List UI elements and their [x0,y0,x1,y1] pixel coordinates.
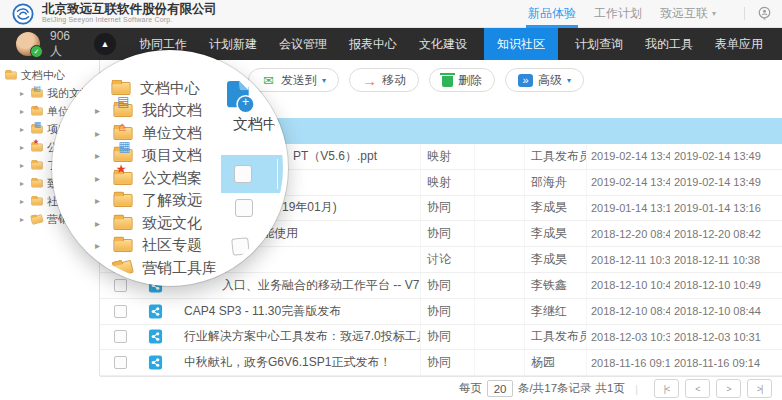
nav-tab[interactable]: 表单应用 [710,28,768,60]
tree-item[interactable]: ▸ 了解致远 [57,190,288,213]
expand-arrow-icon[interactable]: ▸ [95,218,111,229]
nav-tab[interactable]: 报表中心 [344,28,402,60]
per-page-label: 每页 [459,381,482,396]
expand-arrow-icon[interactable]: ▸ [20,89,31,98]
page-size-input[interactable]: 20 [487,380,513,397]
row-icon-cell [140,299,178,324]
file-size [474,325,524,350]
nav-tab[interactable]: 计划新建 [204,28,262,60]
table-row[interactable]: CAP4 SP3 - 11.30完善版发布 协同 李继红 2018-12-10 … [100,299,782,325]
creator: 李成昊 [524,221,586,246]
created-time: 2018-12-20 08:42 [670,221,782,246]
pagination-buttons: |< < > >| [648,379,772,398]
topbar-link[interactable]: 新品体验 ▾ [528,0,576,28]
modified-time: 2018-12-10 10:49 [586,273,670,298]
toolbar-button[interactable]: 移动 ▾ [349,68,419,92]
tree-item[interactable]: ▸ 公文档案 [57,167,288,190]
expand-arrow-icon[interactable]: ▸ [95,240,111,251]
page-nav-button[interactable]: > [716,379,741,398]
contact-location-icon[interactable] [757,6,772,21]
folder-icon [113,194,132,207]
expand-arrow-icon[interactable]: ▸ [20,107,31,116]
page-nav-button[interactable]: |< [654,379,679,398]
tree-item-label: 单位文档 [142,124,202,143]
expand-arrow-icon[interactable]: ▸ [95,105,111,116]
avatar[interactable] [16,32,40,56]
creator: 李继红 [524,299,586,324]
document-title-link[interactable]: 行业解决方案中心工具发布：致远7.0投标工具 [184,328,420,345]
document-title-link[interactable]: CAP4 SP3 - 11.30完善版发布 [184,303,341,320]
topbar-link[interactable]: 致远互联 ▾ [660,0,716,28]
nav-tab-label: 计划新建 [209,36,257,53]
table-row[interactable]: 行业解决方案中心工具发布：致远7.0投标工具 协同 工具发布员... 2018-… [100,325,782,351]
nav-tab-label: 报表中心 [349,36,397,53]
folder-icon [31,161,43,169]
row-checkbox[interactable] [114,279,127,292]
file-size [474,144,524,169]
file-size [474,299,524,324]
chevron-down-icon: ▾ [712,9,716,18]
row-checkbox[interactable] [114,356,127,369]
toolbar-button[interactable]: 删除 ▾ [429,68,495,92]
tree-item-label: 营销工具库 [142,259,217,278]
toolbar-button-icon [261,73,276,88]
topbar: 北京致远互联软件股份有限公司 BeiJing Seeyon Internet S… [0,0,782,28]
tree-item[interactable]: ▸ 单位文档 [57,122,288,145]
expand-arrow-icon[interactable]: ▸ [95,195,111,206]
toolbar-button-label: 高级 [538,72,562,89]
nav-tab-label: 知识社区 [497,36,545,53]
row-checkbox[interactable] [114,305,127,318]
app-launcher-icon[interactable]: ▲ [94,33,116,55]
expand-arrow-icon[interactable]: ▸ [95,150,111,161]
nav-tab[interactable]: 会议管理 [274,28,332,60]
folder-icon [30,214,43,224]
topbar-link-label: 致远互联 [660,5,708,22]
expand-arrow-icon[interactable]: ▸ [95,173,111,184]
modified-time: 2019-01-14 13:16 [586,196,670,221]
tree-item[interactable]: ▸ 项目文档 [57,145,288,168]
tree-item[interactable]: ▸ 致远文化 [57,212,288,235]
tree-item-label: 公文档案 [142,169,202,188]
folder-icon [113,127,132,140]
expand-arrow-icon[interactable]: ▸ [20,143,31,152]
page-nav-button[interactable]: >| [747,379,772,398]
topbar-link-label: 新品体验 [528,5,576,22]
table-row[interactable]: 中秋献礼，政务G6V6.1SP1正式发布！ 协同 杨园 2018-11-16 0… [100,350,782,376]
row-icon-cell [140,350,178,375]
chevron-down-icon: ▾ [322,76,326,85]
folder-icon [113,217,132,230]
created-time: 2019-02-14 13:49 [670,170,782,195]
expand-arrow-icon[interactable]: ▸ [20,125,31,134]
toolbar-button-icon [362,73,377,88]
nav-tab[interactable]: 文化建设 [414,28,472,60]
expand-arrow-icon[interactable]: ▸ [20,161,31,170]
expand-arrow-icon[interactable]: ▸ [20,179,31,188]
document-title-link[interactable]: 中秋献礼，政务G6V6.1SP1正式发布！ [184,354,391,371]
toolbar-button[interactable]: 高级 ▾ [505,68,584,92]
tree-item[interactable]: ▸ 我的文档 [57,100,288,123]
tree-item-label: 文档中心 [140,79,200,98]
nav-tab[interactable]: 计划查询 [570,28,628,60]
expand-arrow-icon[interactable]: ▸ [95,128,111,139]
row-checkbox[interactable] [114,330,127,343]
toolbar-button[interactable]: 发送到 ▾ [248,68,339,92]
sidebar-tree-item[interactable]: ▸ 文档中心 [0,66,100,84]
folder-icon [31,89,43,97]
page-nav-glyph: > [726,384,730,394]
seeyon-logo-icon [12,3,34,25]
modified-time: 2018-12-10 08:44 [586,299,670,324]
nav-tab[interactable]: 我的工具 [640,28,698,60]
file-size [474,247,524,272]
nav-tab[interactable]: 知识社区 [484,28,558,60]
folder-icon [31,143,43,151]
creator: 李铁鑫 [524,273,586,298]
magnifier-circle: 文档中心 类 ▸ 文档中心 ▸ 我的文档 ▸ 单位文档 [52,50,288,286]
expand-arrow-icon[interactable]: ▸ [20,197,31,206]
toolbar-buttons: 发送到 ▾ 移动 ▾ 删除 ▾ 高级 ▾ [248,68,594,92]
tree-item-label: 我的文档 [142,101,202,120]
page-nav-button[interactable]: < [685,379,710,398]
tree-item-label: 项目文档 [142,146,202,165]
toolbar-button-icon [442,76,453,87]
document-title-link[interactable]: 入口、业务融合的移动工作平台 -- V7.0SP3正式发布 [184,277,420,294]
topbar-link[interactable]: 工作计划 ▾ [594,0,642,28]
